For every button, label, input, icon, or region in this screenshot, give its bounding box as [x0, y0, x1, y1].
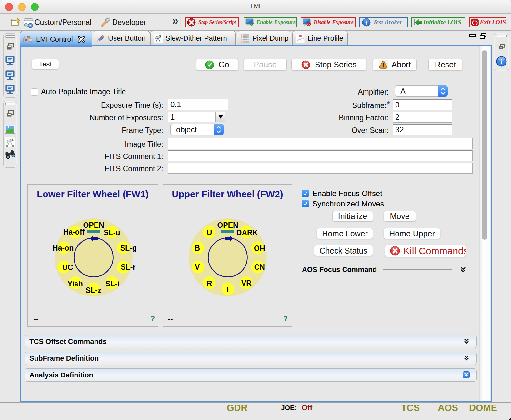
- svg-text:B: B: [195, 244, 200, 252]
- svg-text:Yish: Yish: [67, 280, 83, 288]
- svg-text:V: V: [195, 263, 200, 271]
- svg-text:SL-i: SL-i: [105, 280, 119, 288]
- svg-text:OH: OH: [254, 244, 265, 253]
- svg-text:SL-g: SL-g: [120, 244, 137, 252]
- svg-text:Ha-on: Ha-on: [53, 244, 74, 252]
- svg-text:i: i: [500, 58, 502, 66]
- svg-text:OPEN: OPEN: [83, 221, 104, 229]
- svg-text:UC: UC: [62, 263, 73, 272]
- svg-text:SL-r: SL-r: [121, 263, 135, 271]
- svg-text:SL-u: SL-u: [104, 228, 120, 237]
- svg-text:VR: VR: [241, 279, 252, 287]
- svg-text:Ha-off: Ha-off: [63, 228, 85, 236]
- svg-text:i: i: [366, 20, 367, 26]
- svg-text:I: I: [227, 285, 229, 294]
- svg-text:CN: CN: [254, 263, 265, 271]
- svg-text:U: U: [207, 228, 212, 237]
- svg-text:DARK: DARK: [236, 228, 258, 237]
- svg-text:OPEN: OPEN: [217, 221, 238, 229]
- svg-text:R: R: [207, 279, 212, 288]
- svg-text:SL-z: SL-z: [86, 286, 102, 295]
